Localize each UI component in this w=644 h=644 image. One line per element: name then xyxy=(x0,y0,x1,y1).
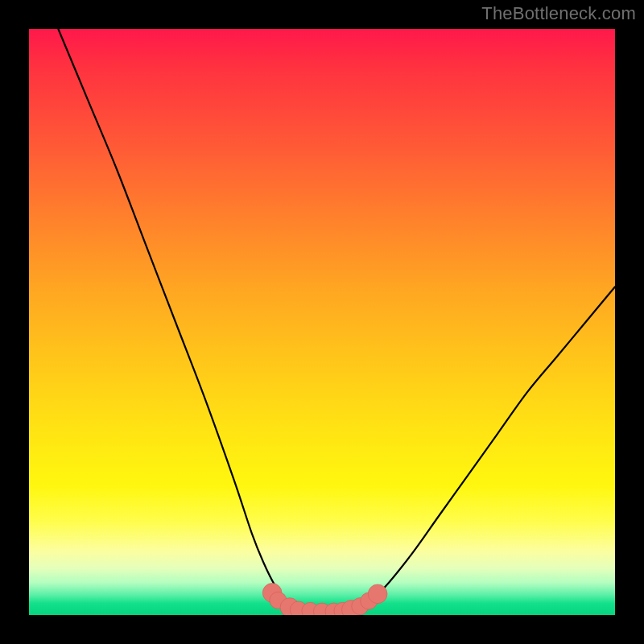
watermark-text: TheBottleneck.com xyxy=(481,3,636,24)
chart-frame: TheBottleneck.com xyxy=(0,0,644,644)
curve-layer xyxy=(29,29,615,615)
plot-area xyxy=(29,29,615,615)
curve-markers xyxy=(262,583,387,615)
curve-marker xyxy=(368,584,387,604)
bottleneck-curve xyxy=(58,29,615,612)
